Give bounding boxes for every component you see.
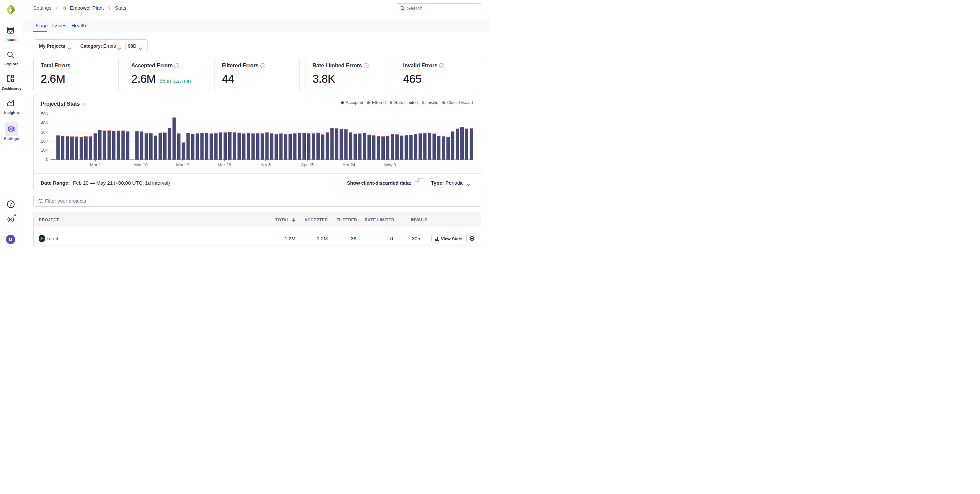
svg-text:?: ? — [365, 64, 367, 67]
svg-text:?: ? — [262, 64, 264, 67]
svg-text:?: ? — [10, 202, 12, 207]
svg-text:?: ? — [176, 64, 178, 67]
svg-text:?: ? — [441, 64, 443, 67]
